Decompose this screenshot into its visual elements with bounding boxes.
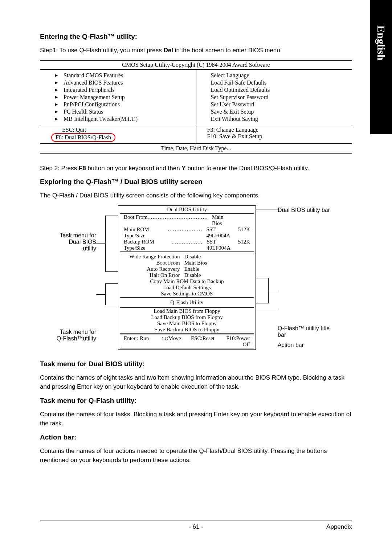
side-tab-text: English	[375, 25, 387, 61]
step1-text: Step1: To use Q-Flash utility, you must …	[40, 46, 352, 55]
page-content: Entering the Q-Flash™ utility: Step1: To…	[0, 0, 392, 465]
qflash-title-bar: Q-Flash Utility	[120, 299, 254, 306]
triangle-icon: ▶	[55, 73, 58, 78]
step1-post: in the boot screen to enter BIOS menu.	[173, 47, 282, 54]
step2-text: Step 2: Press F8 button on your keyboard…	[40, 164, 352, 173]
triangle-icon: ▶	[55, 80, 58, 85]
menu-item[interactable]: Select Language	[211, 72, 352, 79]
label-action-bar: Action bar	[278, 342, 352, 348]
label-task-dual-3: utility	[60, 245, 96, 252]
util-top-row: Boot From...............................…	[124, 214, 250, 226]
ut-size	[228, 214, 250, 226]
labels-left: Task menu for Dual BIOS utility Task men…	[40, 205, 96, 350]
menu-item[interactable]: Exit Without Saving	[211, 115, 352, 123]
action-enter: Enter : Run	[124, 335, 155, 348]
ut-val: Main Bios	[212, 214, 228, 226]
qflash-task[interactable]: Load Main BIOS from Floppy	[120, 308, 254, 314]
cmos-setup-box: CMOS Setup Utility-Copyright (C) 1984-20…	[40, 60, 352, 154]
mid-row[interactable]: Halt On ErrorDisable	[120, 272, 254, 278]
ut-dots: ..................	[172, 239, 203, 251]
menu-label: Save & Exit Setup	[211, 109, 254, 115]
ut-label: Main ROM Type/Size	[124, 226, 168, 239]
ut-size: 512K	[230, 226, 250, 239]
esc-quit: ESC: Quit	[62, 127, 196, 133]
mid-row[interactable]: Auto RecoveryEnable	[120, 266, 254, 272]
menu-item[interactable]: ▶Integrated Peripherals	[55, 86, 196, 94]
menu-item[interactable]: Set Supervisor Password	[211, 94, 352, 101]
qflash-task-menu: Load Main BIOS from Floppy Load Backup B…	[120, 307, 254, 334]
menu-label: Set User Password	[211, 101, 254, 108]
ut-size: 512K	[230, 239, 250, 251]
mid-value: Disable	[184, 254, 254, 260]
ut-label: Boot From	[124, 214, 147, 226]
menu-label: Power Management Setup	[64, 94, 125, 101]
cmos-right-col: Select Language Load Fail-Safe Defaults …	[196, 70, 352, 125]
mid-value: Enable	[184, 266, 254, 272]
connector-right	[256, 205, 278, 350]
mid-row[interactable]: Boot FromMain Bios	[120, 260, 254, 266]
menu-label: PC Health Status	[64, 109, 103, 115]
menu-item[interactable]: ▶Power Management Setup	[55, 94, 196, 101]
menu-item[interactable]: ▶Standard CMOS Features	[55, 72, 196, 79]
label-qflash-title-2: bar	[278, 332, 352, 338]
menu-item[interactable]: ▶MB Intelligent Tweaker(M.I.T.)	[55, 115, 196, 123]
cmos-body: ▶Standard CMOS Features ▶Advanced BIOS F…	[40, 70, 352, 125]
ut-label: Backup ROM Type/Size	[124, 239, 172, 251]
label-task-dual-2: Dual BIOS	[60, 239, 96, 245]
menu-label: MB Intelligent Tweaker(M.I.T.)	[64, 116, 138, 122]
cmos-footer: ESC: Quit F8: Dual BIOS/Q-Flash F3: Chan…	[40, 125, 352, 144]
label-dual-bios-bar: Dual BIOS utility bar	[278, 207, 352, 213]
diagram: Task menu for Dual BIOS utility Task men…	[40, 205, 352, 350]
label-qflash-title-1: Q-Flash™ utility title	[278, 325, 352, 332]
util-top-row: Main ROM Type/Size.................... S…	[124, 226, 250, 239]
qflash-task[interactable]: Save Main BIOS to Floppy	[120, 320, 254, 327]
heading-entering: Entering the Q-Flash™ utility:	[40, 33, 352, 41]
menu-item[interactable]: ▶PC Health Status	[55, 108, 196, 115]
menu-label: Standard CMOS Features	[64, 72, 123, 79]
menu-item[interactable]: Load Fail-Safe Defaults	[211, 79, 352, 86]
menu-item[interactable]: ▶PnP/PCI Configurations	[55, 101, 196, 108]
action-bar: Enter : Run ↑↓:Move ESC:Reset F10:Power …	[120, 335, 254, 348]
menu-item[interactable]: Save & Exit Setup	[211, 108, 352, 115]
labels-right: Dual BIOS utility bar Q-Flash™ utility t…	[278, 205, 352, 350]
ut-val: SST 49LF004A	[206, 226, 230, 239]
step1-key: Del	[163, 47, 173, 54]
mid-center-item[interactable]: Load Default Settings	[120, 285, 254, 291]
exploring-sub: The Q-Flash / Dual BIOS utility screen c…	[40, 191, 352, 200]
cmos-left-col: ▶Standard CMOS Features ▶Advanced BIOS F…	[40, 70, 196, 125]
mid-row[interactable]: Wide Range ProtectionDisable	[120, 254, 254, 260]
util-top: Boot From...............................…	[120, 213, 254, 252]
label-task-qflash-2: Q-Flash™utility	[57, 335, 96, 342]
menu-item[interactable]: Load Optimized Defaults	[211, 86, 352, 94]
mid-value: Disable	[184, 272, 254, 278]
connector-left	[96, 205, 118, 350]
action-esc: ESC:Reset	[187, 335, 219, 348]
ut-val: SST 49LF004A	[207, 239, 230, 251]
label-task-dual-1: Task menu for	[60, 232, 96, 239]
f10-label: F10: Save & Exit Setup	[207, 133, 352, 140]
mid-label: Boot From	[120, 260, 184, 266]
mid-center-item[interactable]: Save Settings to CMOS	[120, 291, 254, 297]
step2-key2: Y	[181, 165, 185, 172]
menu-label: Integrated Peripherals	[64, 87, 115, 93]
triangle-icon: ▶	[55, 95, 58, 99]
action-move: ↑↓:Move	[155, 335, 187, 348]
mid-center-item[interactable]: Copy Main ROM Data to Backup	[120, 278, 254, 285]
para-action-bar: Contains the names of four actions neede…	[40, 446, 352, 465]
action-f10: F10:Power Off	[219, 335, 250, 348]
step2-mid: button on your keyboard and then	[86, 165, 182, 172]
menu-label: Load Optimized Defaults	[211, 87, 270, 93]
triangle-icon: ▶	[55, 109, 58, 114]
page-footer: - 61 - Appendix	[40, 520, 352, 531]
mid-label: Wide Range Protection	[120, 254, 184, 260]
mid-label: Halt On Error	[120, 272, 184, 278]
heading-action-bar: Action bar:	[40, 433, 352, 441]
heading-task-qflash: Task menu for Q-Flash utility:	[40, 397, 352, 405]
qflash-task[interactable]: Save Backup BIOS to Floppy	[120, 327, 254, 333]
menu-item[interactable]: Set User Password	[211, 101, 352, 108]
step2-post: button to enter the Dual BIOS/Q-Flash ut…	[186, 165, 309, 172]
qflash-task[interactable]: Load Backup BIOS from Floppy	[120, 314, 254, 320]
menu-label: Load Fail-Safe Defaults	[211, 79, 267, 86]
menu-item[interactable]: ▶Advanced BIOS Features	[55, 79, 196, 86]
triangle-icon: ▶	[55, 102, 58, 107]
